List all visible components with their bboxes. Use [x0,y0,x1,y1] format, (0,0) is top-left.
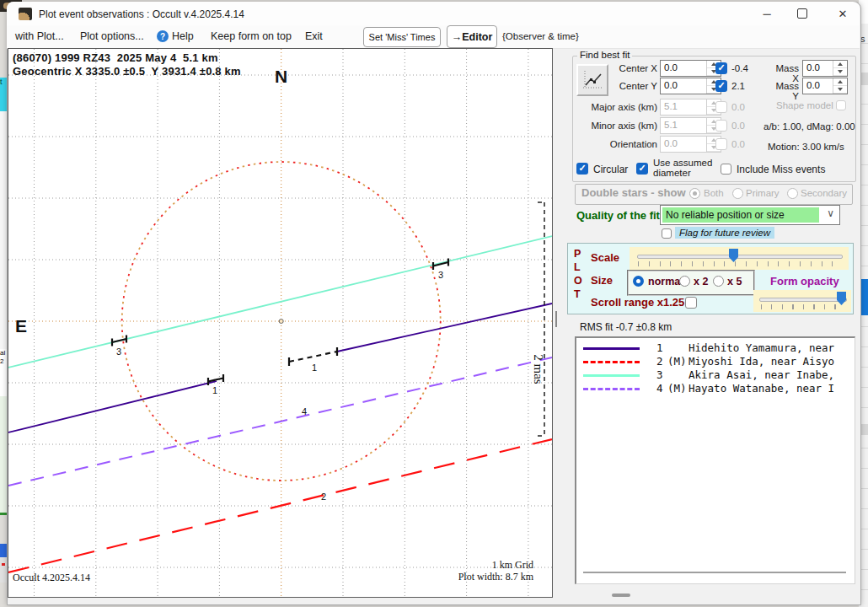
minor-axis-label: Minor axis (km) [590,121,657,131]
background-window-fragment [0,396,7,513]
major-axis-offset-checkbox [715,101,727,113]
form-opacity-thumb[interactable] [837,292,846,305]
scroll-range-label: Scroll range x1.25 [591,296,684,309]
use-assumed-diameter-label: Use assumed diameter [653,158,712,178]
close-icon: ✕ [839,8,848,20]
center-y-offset-value: 2.1 [731,81,745,91]
quality-of-fit-dropdown[interactable]: No reliable position or size ∨ [660,205,840,225]
background-dot [2,563,5,566]
mass-y-label: Mass Y [770,81,799,101]
double-stars-both-label: Both [704,188,724,198]
orientation-value: 0.0 [661,137,706,152]
form-opacity-label: Form opacity [770,275,839,287]
include-miss-events-checkbox[interactable] [721,164,731,175]
double-stars-label: Double stars - show [581,186,686,199]
flag-review-label: Flag for future review [675,227,774,239]
chord-1-label: 1 [312,363,317,373]
flag-review-checkbox[interactable] [662,228,672,239]
center-x-spinner[interactable]: 0.0 [660,60,721,77]
splitter-handle[interactable] [555,311,557,327]
motion-text: Motion: 3.00 km/s [768,142,844,152]
plot-letter-o: O [574,275,582,287]
mass-x-spinner[interactable]: 0.0 [802,60,848,77]
close-button[interactable]: ✕ [829,4,856,23]
minor-axis-spinner: 5.1 [660,117,721,134]
scale-slider-thumb[interactable] [729,249,738,262]
scale-slider[interactable] [630,247,849,270]
minor-axis-offset-checkbox [715,120,727,132]
center-y-value: 0.0 [661,78,706,94]
east-label: E [15,316,27,336]
mass-x-value: 0.0 [803,61,833,76]
legend-line-sample-3 [583,374,640,377]
quality-of-fit-value: No reliable position or size [662,207,819,223]
menu-plot-options[interactable]: Plot options... [80,30,144,42]
mass-y-value: 0.0 [803,78,833,94]
center-y-spinner[interactable]: 0.0 [660,78,721,94]
size-normal-label: normal [648,276,683,287]
chord-4-label: 4 [302,406,307,416]
major-axis-spinner: 5.1 [660,99,721,115]
center-x-offset-value: -0.4 [731,63,748,73]
form-opacity-slider[interactable] [753,290,851,312]
menu-with-plot[interactable]: with Plot... [15,30,64,42]
mass-y-spinner[interactable]: 0.0 [802,78,848,94]
menu-exit[interactable]: Exit [305,30,323,42]
center-x-value: 0.0 [661,61,706,76]
major-axis-offset-value: 0.0 [731,102,745,112]
background-window-fragment [0,111,7,349]
menu-help[interactable]: Help [172,30,194,42]
set-miss-times-button[interactable]: Set 'Miss' Times [363,27,441,47]
legend-line-sample-1 [583,347,640,350]
plot-letter-t: T [574,288,581,300]
major-axis-value: 5.1 [661,99,706,115]
size-x5-radio[interactable] [713,276,724,287]
plot-letter-l: L [574,261,581,273]
legend-id: 2 [656,355,663,368]
center-y-offset-checkbox[interactable] [715,80,727,92]
quality-of-fit-label: Quality of the fit [576,209,660,222]
minimize-button[interactable]: ─ [753,4,780,23]
legend-listbox[interactable]: 1 Hidehito Yamamura, near 2 (M) Miyoshi … [575,336,855,584]
ab-dmag-text: a/b: 1.00, dMag: 0.00 [764,121,855,132]
size-x2-radio[interactable] [679,276,690,287]
minimize-icon: ─ [763,8,770,20]
plot-letter-p: P [574,248,581,260]
background-window-fragment [0,513,7,515]
mass-x-spin-buttons[interactable] [833,61,847,76]
form-opacity-track[interactable] [759,298,847,302]
window-title: Plot event observations : Occult v.4.202… [39,8,244,20]
help-icon[interactable]: ? [157,30,169,42]
scroll-range-checkbox[interactable] [685,297,697,309]
scale-label: Scale [591,251,619,264]
resize-grip[interactable] [612,594,630,597]
background-selected-row-fragment [860,279,868,315]
orientation-offset-checkbox [715,138,727,150]
plot-area[interactable]: 3 3 1 1 4 2 N E 2 mas (86070) 1999 RZ43 … [8,48,553,598]
chord-1-event-marker-a [208,374,223,385]
observer-time-label[interactable]: {Observer & time} [502,31,579,41]
legend-id: 3 [656,368,663,381]
legend-observer-name: Miyoshi Ida, near Aisyo [689,355,855,368]
orientation-offset-value: 0.0 [731,139,745,149]
minor-axis-value: 5.1 [661,118,706,133]
form-opacity-ticks [761,304,845,309]
legend-observer-name: Akira Asai, near Inabe, [689,368,855,381]
maximize-button[interactable] [789,4,816,23]
center-x-offset-checkbox[interactable] [715,62,727,74]
legend-id: 1 [656,341,663,354]
mass-y-spin-buttons[interactable] [833,78,847,94]
size-x5-label: x 5 [727,276,742,287]
legend-miss-flag: (M) [667,355,687,368]
editor-button[interactable]: →Editor [447,25,497,48]
circular-checkbox[interactable] [576,163,588,175]
chord-3-line [8,236,552,368]
legend-scrollbar[interactable] [583,572,846,573]
use-assumed-diameter-checkbox[interactable] [636,163,648,175]
menu-keep-form-on-top[interactable]: Keep form on top [211,30,292,42]
legend-miss-flag: (M) [667,382,687,395]
chord-3-label: 3 [438,270,443,280]
scale-slider-track[interactable] [637,255,843,259]
size-normal-radio[interactable] [633,276,644,287]
scale-slider-ticks [638,261,841,266]
